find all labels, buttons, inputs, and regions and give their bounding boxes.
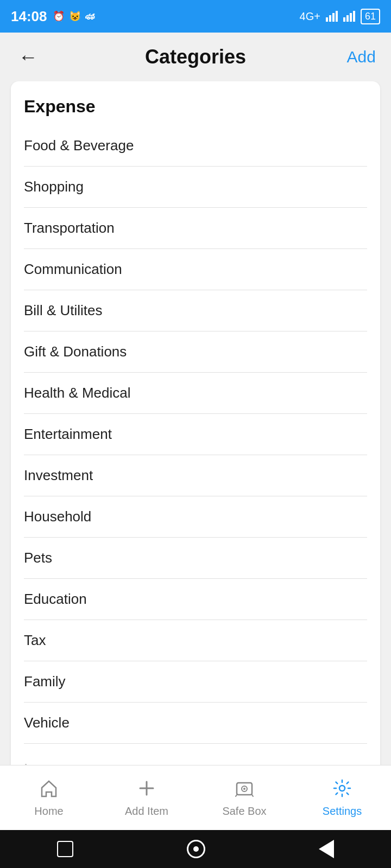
list-item[interactable]: Investment — [24, 455, 367, 496]
safe-box-icon — [234, 778, 255, 802]
signal-bars-1 — [326, 11, 338, 22]
list-item[interactable]: Food & Beverage — [24, 125, 367, 167]
list-item[interactable]: Family — [24, 661, 367, 703]
page-title: Categories — [145, 46, 246, 68]
battery-level: 61 — [365, 11, 376, 22]
nav-item-add-item[interactable]: Add Item — [103, 778, 190, 818]
system-back-button[interactable] — [57, 841, 73, 857]
clock-time: 14:08 — [11, 8, 47, 25]
status-right: 4G+ 61 — [300, 9, 380, 24]
nav-label-settings: Settings — [323, 805, 362, 818]
nav-item-home[interactable]: Home — [5, 778, 92, 818]
list-item[interactable]: Transportation — [24, 208, 367, 249]
emoji-icon: 😺 — [69, 10, 81, 22]
back-button[interactable]: ← — [13, 40, 43, 74]
nav-item-settings[interactable]: Settings — [299, 778, 386, 818]
list-item[interactable]: Entertainment — [24, 414, 367, 455]
network-label: 4G+ — [300, 10, 320, 23]
nav-label-safe-box: Safe Box — [222, 805, 266, 818]
add-item-icon — [136, 778, 157, 802]
list-item[interactable]: Education — [24, 579, 367, 620]
list-item[interactable]: Vehicle — [24, 703, 367, 744]
svg-point-4 — [243, 788, 245, 790]
list-item[interactable]: Health & Medical — [24, 373, 367, 414]
list-item-more: · — [24, 744, 367, 765]
add-button[interactable]: Add — [347, 48, 376, 66]
bottom-nav: Home Add Item Safe Box — [0, 765, 391, 830]
svg-point-7 — [339, 786, 345, 791]
nav-label-home: Home — [34, 805, 63, 818]
nav-item-safe-box[interactable]: Safe Box — [201, 778, 288, 818]
battery-icon: 61 — [361, 9, 380, 24]
list-item[interactable]: Bill & Utilites — [24, 290, 367, 331]
status-left: 14:08 ⏰ 😺 🏎 — [11, 8, 95, 25]
main-content: Expense Food & Beverage Shopping Transpo… — [0, 81, 391, 765]
signal-bars-2 — [343, 11, 355, 22]
list-item[interactable]: Household — [24, 496, 367, 538]
svg-line-5 — [236, 795, 237, 796]
list-item[interactable]: Tax — [24, 620, 367, 661]
list-item[interactable]: Gift & Donations — [24, 331, 367, 373]
list-item[interactable]: Shopping — [24, 167, 367, 208]
settings-icon — [332, 778, 352, 802]
system-recents-button[interactable] — [319, 840, 334, 858]
system-nav — [0, 830, 391, 868]
list-item[interactable]: Communication — [24, 249, 367, 290]
nav-label-add-item: Add Item — [125, 805, 168, 818]
header: ← Categories Add — [0, 33, 391, 81]
system-home-button[interactable] — [187, 840, 205, 858]
status-icons: ⏰ 😺 🏎 — [53, 10, 95, 22]
svg-line-6 — [252, 795, 253, 796]
status-bar: 14:08 ⏰ 😺 🏎 4G+ 61 — [0, 0, 391, 33]
speedometer-icon: 🏎 — [85, 11, 95, 22]
home-icon — [39, 778, 59, 802]
categories-card: Expense Food & Beverage Shopping Transpo… — [11, 81, 380, 765]
expense-section-title: Expense — [24, 97, 367, 117]
list-item[interactable]: Pets — [24, 538, 367, 579]
alarm-icon: ⏰ — [53, 10, 65, 22]
